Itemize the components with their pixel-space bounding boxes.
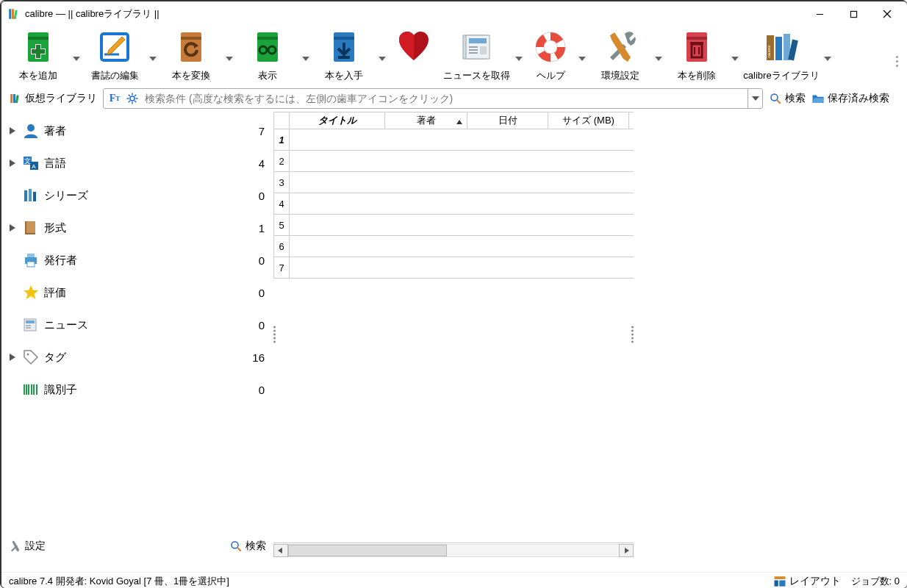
svg-rect-46 bbox=[13, 94, 15, 103]
newspaper-icon bbox=[22, 316, 40, 334]
convert-books-dropdown[interactable] bbox=[223, 41, 235, 76]
table-row[interactable]: 1 bbox=[273, 129, 634, 151]
fetch-news-dropdown[interactable] bbox=[513, 41, 525, 76]
horizontal-scrollbar[interactable] bbox=[273, 542, 634, 557]
svg-text:CALIBRE: CALIBRE bbox=[767, 45, 771, 57]
close-button[interactable] bbox=[870, 3, 904, 25]
svg-point-33 bbox=[544, 40, 557, 54]
download-book-icon bbox=[326, 29, 362, 65]
toolbar-label: 書誌の編集 bbox=[91, 69, 139, 82]
virtual-library-button[interactable]: 仮想ライブラリ bbox=[9, 92, 97, 105]
library-dropdown[interactable] bbox=[822, 41, 833, 76]
search-box: FT bbox=[103, 88, 763, 109]
sidebar-item-tags[interactable]: タグ 16 bbox=[7, 341, 268, 373]
gear-icon[interactable] bbox=[126, 92, 139, 105]
search-go-label: 検索 bbox=[785, 92, 806, 105]
view-dropdown[interactable] bbox=[300, 41, 312, 76]
get-books-dropdown[interactable] bbox=[376, 41, 388, 76]
table-row[interactable]: 2 bbox=[273, 151, 634, 172]
preferences-button[interactable]: 環境設定 bbox=[588, 29, 653, 82]
sidebar-item-identifiers[interactable]: 識別子 0 bbox=[7, 373, 268, 406]
sidebar-item-formats[interactable]: 形式 1 bbox=[7, 212, 268, 244]
scroll-left-button[interactable] bbox=[273, 544, 288, 557]
column-header-date[interactable]: 日付 bbox=[467, 112, 548, 129]
remove-books-button[interactable]: 本を削除 bbox=[664, 29, 729, 82]
search-go-button[interactable]: 検索 bbox=[769, 92, 806, 105]
tag-browser: 著者 7 文A 言語 4 シリーズ 0 形式 1 bbox=[1, 112, 273, 557]
add-book-icon bbox=[21, 29, 56, 65]
toolbar-label: 環境設定 bbox=[601, 69, 639, 82]
get-books-button[interactable]: 本を入手 bbox=[312, 29, 376, 82]
svg-rect-18 bbox=[257, 37, 278, 40]
table-row[interactable]: 4 bbox=[273, 193, 634, 215]
svg-rect-0 bbox=[9, 9, 11, 19]
toolbar-label: ニュースを取得 bbox=[443, 69, 510, 82]
preferences-dropdown[interactable] bbox=[653, 41, 664, 76]
svg-rect-39 bbox=[690, 42, 703, 44]
sidebar-item-ratings[interactable]: 評価 0 bbox=[7, 276, 268, 309]
sidebar-item-authors[interactable]: 著者 7 bbox=[7, 115, 268, 147]
tag-browser-search-button[interactable]: 検索 bbox=[229, 539, 266, 553]
svg-rect-31 bbox=[480, 46, 487, 54]
tag-icon bbox=[22, 348, 40, 366]
table-row[interactable]: 5 bbox=[273, 215, 634, 236]
toolbar-overflow-button[interactable] bbox=[896, 56, 898, 67]
saved-searches-button[interactable]: 保存済み検索 bbox=[811, 92, 889, 105]
table-row[interactable]: 7 bbox=[273, 257, 634, 279]
chevron-right-icon bbox=[7, 224, 18, 232]
window-title: calibre — || calibreライブラリ || bbox=[25, 7, 803, 21]
table-row[interactable]: 3 bbox=[273, 172, 634, 193]
column-header-size[interactable]: サイズ (MB) bbox=[548, 112, 629, 129]
column-header-title[interactable]: タイトル bbox=[290, 112, 385, 129]
table-row[interactable]: 6 bbox=[273, 236, 634, 257]
svg-point-74 bbox=[27, 354, 29, 356]
svg-rect-16 bbox=[181, 37, 201, 40]
svg-line-58 bbox=[777, 100, 781, 104]
fetch-news-button[interactable]: ニュースを取得 bbox=[440, 29, 513, 82]
donate-button[interactable] bbox=[388, 29, 440, 69]
help-dropdown[interactable] bbox=[576, 41, 588, 76]
svg-point-81 bbox=[232, 542, 238, 548]
svg-text:A: A bbox=[32, 163, 36, 170]
view-button[interactable]: 表示 bbox=[235, 29, 300, 82]
splitter-handle-right[interactable] bbox=[631, 326, 634, 343]
convert-books-button[interactable]: 本を変換 bbox=[159, 29, 223, 82]
svg-point-59 bbox=[27, 124, 35, 132]
content-area: 著者 7 文A 言語 4 シリーズ 0 形式 1 bbox=[1, 112, 907, 557]
view-icon bbox=[250, 29, 285, 65]
jobs-indicator[interactable]: ジョブ数: 0 bbox=[851, 575, 900, 588]
library-button[interactable]: CALIBRE calibreライブラリ bbox=[741, 29, 822, 82]
minimize-button[interactable] bbox=[803, 3, 836, 25]
scrollbar-thumb[interactable] bbox=[288, 545, 447, 556]
svg-rect-8 bbox=[28, 37, 49, 40]
splitter-handle-left[interactable] bbox=[273, 326, 276, 343]
sidebar-item-news[interactable]: ニュース 0 bbox=[7, 309, 268, 341]
search-history-dropdown[interactable] bbox=[748, 89, 762, 108]
edit-metadata-button[interactable]: 書誌の編集 bbox=[82, 29, 147, 82]
barcode-icon bbox=[22, 381, 40, 398]
fulltext-search-icon[interactable]: FT bbox=[108, 92, 121, 105]
column-header-author[interactable]: 著者 bbox=[385, 112, 467, 129]
svg-rect-42 bbox=[775, 37, 782, 60]
library-icon: CALIBRE bbox=[764, 29, 799, 65]
layout-button[interactable]: レイアウト bbox=[773, 575, 841, 588]
scroll-right-button[interactable] bbox=[619, 544, 634, 557]
sidebar-item-series[interactable]: シリーズ 0 bbox=[7, 179, 268, 212]
svg-rect-85 bbox=[779, 580, 785, 586]
help-button[interactable]: ヘルプ bbox=[525, 29, 576, 82]
status-text: calibre 7.4 開発者: Kovid Goyal [7 冊、1冊を選択中… bbox=[9, 575, 229, 588]
tag-browser-settings-button[interactable]: 設定 bbox=[9, 539, 46, 553]
tools-icon bbox=[603, 29, 638, 65]
maximize-button[interactable] bbox=[836, 3, 870, 25]
sidebar-item-publishers[interactable]: 発行者 0 bbox=[7, 244, 268, 276]
edit-metadata-dropdown[interactable] bbox=[147, 41, 159, 76]
titlebar: calibre — || calibreライブラリ || bbox=[1, 1, 907, 26]
add-books-button[interactable]: 本を追加 bbox=[6, 29, 71, 82]
scrollbar-track[interactable] bbox=[288, 544, 619, 557]
book-list-rows: 1 2 3 4 5 6 7 bbox=[273, 129, 634, 279]
remove-books-dropdown[interactable] bbox=[729, 41, 741, 76]
add-books-dropdown[interactable] bbox=[71, 41, 82, 76]
sidebar-item-languages[interactable]: 文A 言語 4 bbox=[7, 147, 268, 179]
lifebuoy-icon bbox=[533, 29, 568, 65]
search-input[interactable] bbox=[143, 92, 748, 105]
